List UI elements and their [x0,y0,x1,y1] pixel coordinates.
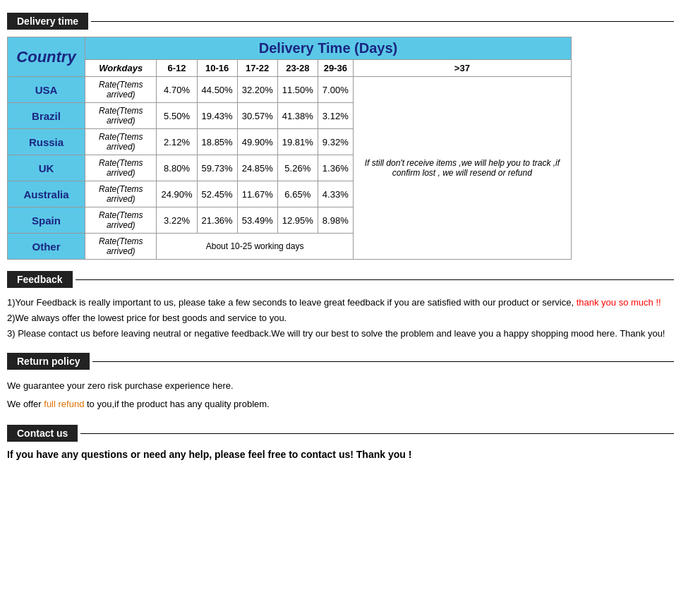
feedback-section-label: Feedback [7,271,73,288]
delivery-section-label: Delivery time [7,13,88,30]
feedback-line1: 1)Your Feedback is really important to u… [7,297,577,308]
return-section-header: Return policy [7,353,674,370]
country-spain: Spain [8,207,85,234]
val-0-4: 7.00% [318,77,353,103]
feedback-section-header: Feedback [7,271,674,288]
country-brazil: Brazil [8,103,85,129]
return-text: We guarantee your zero risk purchase exp… [7,377,674,413]
val-0-1: 44.50% [197,77,237,103]
country-usa: USA [8,77,85,103]
col-days-1: 6-12 [157,60,197,77]
rate-label-6: Rate(Ttems arrived) [85,234,157,260]
val-1-2: 30.57% [237,103,277,129]
return-line2: We offer full refund to you,if the produ… [7,395,674,413]
rate-label-2: Rate(Ttems arrived) [85,129,157,155]
val-5-0: 3.22% [157,207,197,234]
country-other: Other [8,234,85,260]
feedback-line3: 3) Please contact us before leaving neut… [7,328,665,339]
country-uk: UK [8,155,85,181]
feedback-line1-highlight: thank you so much !! [577,297,661,308]
val-2-3: 19.81% [277,129,318,155]
contact-section-header: Contact us [7,425,674,442]
rate-label-0: Rate(Ttems arrived) [85,77,157,103]
return-section-label: Return policy [7,353,90,370]
country-australia: Australia [8,181,85,207]
return-line2b: to you,if the product has any quality pr… [84,399,269,409]
val-2-2: 49.90% [237,129,277,155]
return-header-line [92,361,674,362]
return-line2-highlight: full refund [44,399,84,409]
feedback-line2: 2)We always offer the lowest price for b… [7,313,287,323]
val-1-4: 3.12% [318,103,353,129]
col-workdays: Workdays [85,60,157,77]
rate-label-1: Rate(Ttems arrived) [85,103,157,129]
delivery-header-line [91,21,674,22]
col-days-6: >37 [353,60,571,77]
val-3-1: 59.73% [197,155,237,181]
val-0-3: 11.50% [277,77,318,103]
val-2-4: 9.32% [318,129,353,155]
val-1-3: 41.38% [277,103,318,129]
val-3-4: 1.36% [318,155,353,181]
val-1-0: 5.50% [157,103,197,129]
delivery-table: Country Delivery Time (Days) Workdays 6-… [7,37,572,260]
val-5-3: 12.95% [277,207,318,234]
val-4-4: 4.33% [318,181,353,207]
rate-label-5: Rate(Ttems arrived) [85,207,157,234]
val-4-0: 24.90% [157,181,197,207]
contact-section-label: Contact us [7,425,78,442]
val-2-1: 18.85% [197,129,237,155]
val-0-2: 32.20% [237,77,277,103]
col-days-2: 10-16 [197,60,237,77]
return-line1: We guarantee your zero risk purchase exp… [7,377,674,395]
feedback-header-line [76,279,674,280]
val-5-4: 8.98% [318,207,353,234]
return-line2a: We offer [7,399,44,409]
rate-label-3: Rate(Ttems arrived) [85,155,157,181]
about-cell: About 10-25 working days [157,234,353,260]
col-delivery-time: Delivery Time (Days) [85,37,572,60]
country-russia: Russia [8,129,85,155]
val-3-2: 24.85% [237,155,277,181]
delivery-section-header: Delivery time [7,13,674,30]
rate-label-4: Rate(Ttems arrived) [85,181,157,207]
contact-header-line [80,433,674,434]
val-3-0: 8.80% [157,155,197,181]
val-5-2: 53.49% [237,207,277,234]
val-2-0: 2.12% [157,129,197,155]
col-days-5: 29-36 [318,60,353,77]
col-days-4: 23-28 [277,60,318,77]
val-4-2: 11.67% [237,181,277,207]
val-3-3: 5.26% [277,155,318,181]
val-4-3: 6.65% [277,181,318,207]
val-4-1: 52.45% [197,181,237,207]
feedback-text: 1)Your Feedback is really important to u… [7,295,674,342]
val-1-1: 19.43% [197,103,237,129]
contact-text: If you have any questions or need any he… [7,449,674,460]
val-5-1: 21.36% [197,207,237,234]
val-0-0: 4.70% [157,77,197,103]
delivery-note: If still don't receive items ,we will he… [353,77,571,260]
col-country: Country [8,37,85,77]
col-days-3: 17-22 [237,60,277,77]
